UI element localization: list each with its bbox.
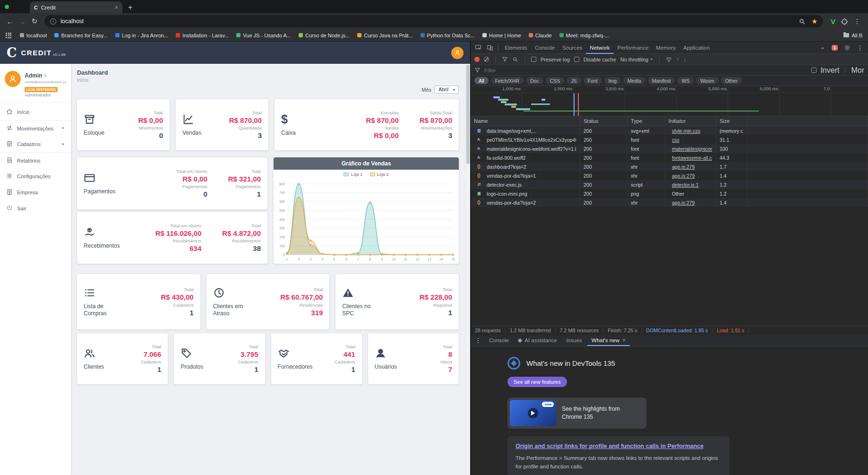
initiator-link[interactable]: app.js:279 [669, 200, 698, 206]
tab-close-icon[interactable]: × [115, 4, 118, 11]
filter-chip-doc[interactable]: Doc [526, 77, 543, 84]
col-status[interactable]: Status [580, 116, 627, 126]
sidebar-item-relatorios[interactable]: Relatórios [0, 152, 71, 168]
section-title-link[interactable]: Origin and script links for profile and … [516, 442, 722, 450]
filter-chip-css[interactable]: CSS [546, 77, 565, 84]
device-toolbar-icon[interactable] [484, 42, 496, 53]
more-tabs-icon[interactable]: » [817, 42, 828, 54]
filter-chip-manifest[interactable]: Manifest [648, 77, 675, 84]
clear-icon[interactable] [484, 57, 489, 62]
drawer-tab-whats-new[interactable]: What's new× [587, 335, 630, 346]
initiator-link[interactable]: materialdesignicons.mi... [669, 146, 713, 152]
devtools-tab-network[interactable]: Network [586, 42, 613, 54]
browser-tab[interactable]: C Credit × [30, 1, 122, 13]
filter-chip-img[interactable]: Img [604, 77, 621, 84]
filter-input[interactable] [484, 68, 808, 73]
devtools-settings-gear-icon[interactable] [842, 42, 853, 53]
filter-chip-other[interactable]: Other [721, 77, 742, 84]
bookmark-item[interactable]: Branches for Easy... [54, 33, 107, 38]
video-thumbnail[interactable]: new [510, 400, 556, 426]
reload-icon[interactable]: ↻ [28, 15, 41, 27]
filter-chip-media[interactable]: Media [623, 77, 645, 84]
network-request-row[interactable]: ▣logo-icon-mini.png200pngOther1.2 [471, 189, 868, 198]
bookmark-item[interactable]: Vue JS - Usando A... [236, 33, 291, 38]
close-icon[interactable]: × [622, 337, 626, 344]
search-icon[interactable] [799, 18, 806, 25]
bookmark-item[interactable]: Curso de Node.js... [299, 33, 350, 38]
drawer-menu-icon[interactable]: ⋮ [473, 337, 484, 344]
network-request-row[interactable]: ▤data:image/svg+xml,...200svg+xmlstyle.m… [471, 126, 868, 135]
site-info-icon[interactable]: i [50, 18, 56, 25]
filter-chip-wasm[interactable]: Wasm [696, 77, 718, 84]
initiator-link[interactable]: css [669, 137, 683, 143]
network-request-row[interactable]: {}vendas-por-dia?loja=2200xhrapp.js:2791… [471, 198, 868, 207]
initiator-link[interactable]: detector.js:1 [669, 182, 703, 188]
network-overview-timeline[interactable]: 1,000 ms2,000 ms3,000 ms4,000 ms5,000 ms… [471, 86, 868, 116]
bookmark-item[interactable]: Installation - Larav... [176, 33, 229, 38]
play-icon[interactable] [528, 408, 538, 418]
col-name[interactable]: Name [471, 116, 580, 126]
bookmark-item[interactable]: Claude [529, 33, 552, 38]
all-bookmarks-button[interactable]: All B [843, 33, 862, 38]
extensions-puzzle-icon[interactable] [841, 18, 848, 25]
sidebar-item-configuracoes[interactable]: Configurações [0, 168, 71, 184]
import-har-icon[interactable]: ↑ [676, 57, 679, 62]
filter-chip-js[interactable]: JS [567, 77, 581, 84]
devtools-tab-application[interactable]: Application [679, 42, 713, 54]
bookmark-star-icon[interactable]: ★ [811, 17, 817, 25]
network-search-icon[interactable] [512, 56, 518, 62]
new-tab-button[interactable]: + [128, 4, 132, 11]
drawer-tab-ai-assistance[interactable]: AI assistance [514, 335, 561, 346]
error-count-badge[interactable]: 1 [832, 45, 838, 51]
back-icon[interactable]: ← [4, 15, 16, 27]
edit-pencil-icon[interactable]: ✎ [43, 74, 47, 78]
network-request-row[interactable]: {}vendas-por-dia?loja=1200xhrapp.js:2791… [471, 171, 868, 180]
network-conditions-icon[interactable] [666, 56, 672, 62]
preserve-log-checkbox[interactable] [531, 57, 536, 62]
sidebar-item-movimentacoes[interactable]: Movimentações▼ [0, 120, 71, 136]
sidebar-item-empresa[interactable]: Empresa [0, 184, 71, 200]
filter-chip-fetchxhr[interactable]: Fetch/XHR [491, 77, 524, 84]
col-size[interactable]: Size [716, 116, 748, 126]
disable-cache-checkbox[interactable] [574, 57, 579, 62]
network-request-row[interactable]: Afa-solid-900.woff2200fontfontawesome-al… [471, 153, 868, 162]
browser-menu-icon[interactable]: ⋮ [854, 17, 860, 25]
devtools-tab-memory[interactable]: Memory [652, 42, 679, 54]
throttling-dropdown[interactable]: No throttling [620, 57, 653, 62]
bookmark-item[interactable]: Home | Home [482, 33, 521, 38]
bookmark-item[interactable]: Log in - Jira Anron... [115, 33, 168, 38]
filter-chip-font[interactable]: Font [584, 77, 602, 84]
devtools-tab-performance[interactable]: Performance [614, 42, 653, 54]
bookmark-item[interactable]: Meet: mdg-zfwq-... [559, 33, 609, 38]
address-bar[interactable]: i localhost ★ [44, 15, 823, 27]
invert-checkbox[interactable] [811, 68, 816, 73]
bookmark-item[interactable]: Curso Java na Prát... [357, 33, 413, 38]
sidebar-item-sair[interactable]: Sair [0, 200, 71, 216]
col-waterfall[interactable] [748, 116, 868, 126]
record-icon[interactable] [474, 57, 480, 62]
network-request-row[interactable]: {}dashboard?loja=2200xhrapp.js:2791.7 [471, 162, 868, 171]
initiator-link[interactable]: style.min.css [669, 128, 704, 134]
initiator-link[interactable]: app.js:279 [669, 173, 698, 179]
forward-icon[interactable]: → [16, 15, 28, 27]
filter-funnel-icon[interactable] [502, 56, 508, 62]
extension-v-icon[interactable]: V [831, 17, 835, 26]
sidebar-item-inicio[interactable]: Início [0, 104, 71, 120]
drawer-tab-console[interactable]: Console [485, 335, 513, 346]
initiator-link[interactable]: app.js:279 [669, 164, 698, 170]
bookmark-item[interactable]: localhost [20, 33, 47, 38]
col-type[interactable]: Type [627, 116, 665, 126]
scrollbar-thumb[interactable] [466, 65, 470, 164]
header-avatar[interactable] [451, 47, 464, 59]
more-filters-label[interactable]: Mor [851, 66, 864, 75]
export-har-icon[interactable]: ↓ [683, 57, 686, 62]
sidebar-item-cadastros[interactable]: Cadastros▼ [0, 136, 71, 152]
month-select[interactable]: Abril [434, 86, 459, 94]
filter-chip-ws[interactable]: WS [677, 77, 694, 84]
see-all-features-button[interactable]: See all new features [507, 377, 567, 387]
devtools-tab-elements[interactable]: Elements [501, 42, 531, 54]
user-avatar[interactable] [5, 71, 21, 87]
highlights-card[interactable]: new See the highlights from Chrome 135 [507, 397, 646, 429]
devtools-tab-console[interactable]: Console [531, 42, 559, 54]
apps-grid-icon[interactable] [6, 33, 11, 38]
